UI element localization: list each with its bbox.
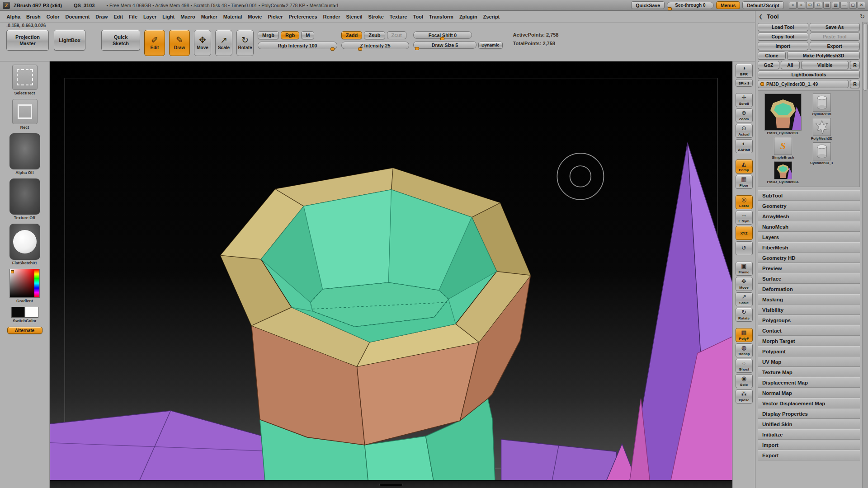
right-shelf-button[interactable]: XYZ [736, 226, 753, 240]
right-shelf-button[interactable]: ◉ Solo [736, 374, 753, 388]
menu-item[interactable]: Color [43, 13, 62, 21]
window-button[interactable]: ▢ [849, 2, 857, 9]
see-through-slider[interactable]: See-through 0 [667, 2, 714, 9]
tool-section[interactable]: Deformation [758, 284, 860, 294]
saturation-value-area[interactable] [10, 269, 34, 297]
copy-tool-button[interactable]: Copy Tool [758, 33, 808, 41]
zadd-button[interactable]: Zadd [341, 31, 362, 39]
menu-item[interactable]: Draw [93, 13, 111, 21]
menu-item[interactable]: Marker [198, 13, 220, 21]
lightbox-button[interactable]: LightBox [54, 30, 85, 51]
window-button[interactable]: « [789, 2, 797, 9]
main-color-swatch[interactable] [11, 307, 25, 318]
tray-resize-handle[interactable] [379, 483, 403, 486]
tool-section[interactable]: Export [758, 450, 860, 460]
focal-shift-slider[interactable]: Focal Shift 0 [413, 31, 472, 39]
focal-shift-handle[interactable] [440, 37, 444, 40]
right-shelf-button[interactable]: ✥ Move [736, 277, 753, 291]
menus-button[interactable]: Menus [716, 1, 740, 9]
tool-thumbnail-simplebrush[interactable]: S SimpleBrush [772, 137, 794, 160]
tool-section[interactable]: Visibility [758, 305, 860, 315]
menu-item[interactable]: Light [160, 13, 178, 21]
mrgb-button[interactable]: Mrgb [258, 31, 279, 39]
tool-thumbnail-cylinder3d-1[interactable]: Cylinder3D_1 [810, 142, 833, 165]
tool-section[interactable]: SubTool [758, 190, 860, 201]
tool-section[interactable]: Polygroups [758, 315, 860, 325]
z-intensity-slider[interactable]: Z Intensity 25 [341, 42, 409, 49]
menu-item[interactable]: Zscript [480, 13, 503, 21]
right-shelf-button[interactable]: ⊕ Zoom [736, 108, 753, 122]
goz-visible-button[interactable]: Visible [801, 61, 849, 69]
tool-section[interactable]: Geometry [758, 201, 860, 211]
menu-item[interactable]: Stroke [365, 13, 387, 21]
rotate-button[interactable]: ↻ Rotate [236, 30, 254, 56]
menu-item[interactable]: Document [62, 13, 93, 21]
tool-section[interactable]: FiberMesh [758, 242, 860, 253]
tool-section[interactable]: UV Map [758, 357, 860, 367]
tool-section[interactable]: Polypaint [758, 346, 860, 357]
tool-section[interactable]: Normal Map [758, 388, 860, 398]
color-gradient-square[interactable] [9, 269, 40, 298]
current-tool-thumbnail[interactable]: PM3D_Cylinder3D. [764, 94, 802, 135]
right-shelf-button[interactable]: ◌ Ghost [736, 359, 753, 373]
m-button[interactable]: M [301, 31, 314, 39]
secondary-color-swatch[interactable] [25, 307, 38, 318]
right-shelf-button[interactable]: ↻ Rotate [736, 308, 753, 322]
window-button[interactable]: » [797, 2, 805, 9]
menu-item[interactable]: Picker [265, 13, 286, 21]
alternate-button[interactable]: Alternate [7, 327, 42, 334]
window-button[interactable]: ▥ [832, 2, 840, 9]
current-brush-button[interactable]: SelectRect [12, 65, 38, 95]
menu-item[interactable]: Tool [410, 13, 426, 21]
draw-button[interactable]: ✎ Draw [169, 30, 190, 56]
move-button[interactable]: ✥ Move [194, 30, 211, 56]
menu-item[interactable]: Material [220, 13, 245, 21]
window-button[interactable]: ⊞ [806, 2, 814, 9]
tool-thumbnail-pm3d-cylinder[interactable]: PM3D_Cylinder3D. [767, 161, 799, 184]
window-button[interactable]: ▤ [823, 2, 831, 9]
viewport-canvas[interactable] [50, 61, 732, 480]
tool-thumbnail-polymesh3d[interactable]: PolyMesh3D [811, 118, 833, 141]
see-through-handle[interactable] [668, 7, 672, 10]
current-alpha-button[interactable]: Alpha Off [9, 133, 40, 175]
hue-strip[interactable] [34, 269, 39, 297]
rgb-intensity-handle[interactable] [330, 47, 335, 51]
right-shelf-button[interactable]: ✛ Scroll [736, 93, 753, 107]
export-button[interactable]: Export [810, 42, 860, 50]
scale-button[interactable]: ↗ Scale [215, 30, 232, 56]
right-shelf-button[interactable]: ◐ AAHalf [736, 139, 753, 153]
rgb-button[interactable]: Rgb [281, 31, 299, 39]
right-shelf-button[interactable]: ↗ Scale [736, 292, 753, 306]
quick-sketch-button[interactable]: Quick Sketch [101, 30, 140, 51]
tool-section[interactable]: Vector Displacement Map [758, 398, 860, 408]
right-shelf-button[interactable]: ↔ L.Sym [736, 211, 753, 225]
canvas-bottom-bar[interactable] [50, 480, 732, 488]
right-shelf-button[interactable]: ◑ BPR [736, 64, 753, 78]
menu-item[interactable]: Texture [387, 13, 410, 21]
collapse-tray-icon[interactable]: ❮ [759, 14, 763, 19]
tool-section[interactable]: Displacement Map [758, 377, 860, 388]
menu-item[interactable]: File [126, 13, 141, 21]
clone-button[interactable]: Clone [758, 52, 786, 60]
tool-section[interactable]: Display Properties [758, 408, 860, 419]
right-shelf-button[interactable]: ◍ Transp [736, 343, 753, 357]
right-shelf-button[interactable]: SPix 3 [736, 79, 753, 87]
make-polymesh3d-button[interactable]: Make PolyMesh3D [787, 52, 860, 60]
menu-item[interactable]: Brush [24, 13, 44, 21]
tool-section[interactable]: Import [758, 440, 860, 450]
menu-item[interactable]: Stencil [343, 13, 365, 21]
right-shelf-button[interactable]: ◎ Local [736, 195, 753, 209]
current-texture-button[interactable]: Texture Off [9, 178, 40, 220]
tool-section[interactable]: Initialize [758, 429, 860, 440]
restore-palette-icon[interactable]: ↻ [860, 13, 865, 20]
goz-r-button[interactable]: R [850, 61, 860, 69]
tool-section[interactable]: Layers [758, 232, 860, 242]
scrollbar-thumb[interactable] [863, 23, 868, 91]
tool-section[interactable]: Texture Map [758, 367, 860, 377]
draw-size-slider[interactable]: Draw Size 5 [413, 41, 476, 49]
tool-name-r-button[interactable]: R [850, 80, 860, 88]
tool-section[interactable]: Preview [758, 263, 860, 273]
menu-item[interactable]: Movie [245, 13, 265, 21]
window-button[interactable]: ✕ [858, 2, 865, 9]
tool-section[interactable]: Geometry HD [758, 253, 860, 263]
